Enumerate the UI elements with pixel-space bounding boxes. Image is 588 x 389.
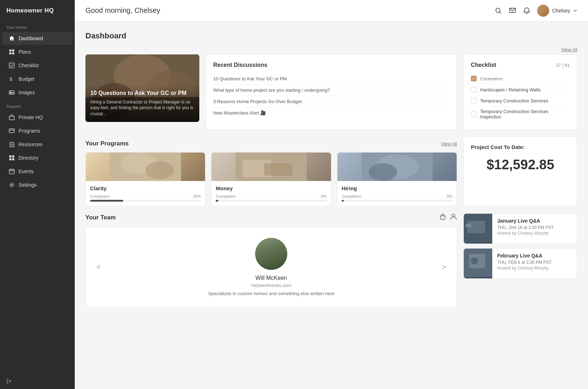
programs-section: Your Programs View All [85, 137, 457, 206]
notifications-icon[interactable] [523, 7, 531, 15]
discussion-item-0[interactable]: 10 Questions to Ask Your GC or PM [213, 73, 450, 85]
team-person-icon[interactable] [450, 213, 457, 222]
svg-rect-0 [9, 49, 11, 52]
main-area: Good morning, Chelsey Chelsey Dashboard … [75, 0, 588, 389]
team-card: < Will McKeen mckeenhomes.com Specialize… [85, 227, 457, 307]
event-title-0: January Live Q&A [497, 218, 554, 224]
team-member-website[interactable]: mckeenhomes.com [104, 283, 439, 288]
event-card-0[interactable]: January Live Q&A THU, JAN 16 at 3:30 PM … [463, 213, 577, 244]
svg-point-45 [471, 257, 478, 265]
event-host-0: Hosted by Chelsey Morphy [497, 231, 554, 236]
sidebar-item-directory[interactable]: Directory [2, 151, 73, 164]
app-logo: Homeowner HQ [0, 0, 75, 20]
discussion-item-3[interactable]: New Masterclass Alert 🎥 [213, 107, 450, 118]
program-card-clarity[interactable]: Clarity Completion 30% [85, 152, 205, 206]
recent-discussions-title: Recent Discussions [213, 62, 450, 68]
discussion-item-2[interactable]: 3 Reasons Home Projects Go Over Budget [213, 96, 450, 107]
sidebar-item-settings[interactable]: Settings [2, 178, 73, 191]
logout-button[interactable] [6, 378, 68, 384]
checklist-item-3[interactable]: Temporary Construction Services Inspecti… [471, 106, 570, 122]
view-all-link[interactable]: View All [561, 47, 577, 52]
checkbox-0[interactable] [471, 76, 477, 81]
checklist-title: Checklist [471, 62, 496, 68]
project-cost-label: Project Cost To Date: [471, 144, 570, 150]
team-title: Your Team [85, 214, 116, 221]
event-card-1[interactable]: February Live Q&A THU, FEB 6 at 3:30 PM … [463, 248, 577, 279]
chevron-down-icon [573, 9, 577, 13]
messages-icon[interactable] [509, 7, 516, 15]
images-icon [9, 89, 15, 96]
checklist-item-0[interactable]: Excavation [471, 73, 570, 84]
svg-point-32 [146, 161, 174, 179]
svg-rect-14 [12, 155, 14, 158]
featured-card[interactable]: 10 Questions to Ask Your GC or PM Hiring… [85, 54, 199, 122]
progress-fill-hiring [342, 200, 344, 202]
checklist-item-2[interactable]: Temporary Construction Services [471, 95, 570, 106]
username-label: Chelsey [552, 8, 570, 14]
event-body-1: February Live Q&A THU, FEB 6 at 3:30 PM … [492, 249, 557, 278]
featured-card-overlay: 10 Questions to Ask Your GC or PM Hiring… [85, 85, 199, 122]
svg-rect-4 [9, 63, 14, 68]
program-completion-row-clarity: Completion 30% [90, 194, 201, 198]
money-image [211, 153, 331, 181]
team-next-button[interactable]: > [438, 263, 450, 271]
sidebar-item-resources[interactable]: Resources [2, 138, 73, 151]
resources-icon [9, 141, 15, 148]
svg-rect-16 [12, 158, 14, 160]
user-menu[interactable]: Chelsey [537, 5, 577, 17]
program-completion-row-hiring: Completion 0% [342, 194, 452, 198]
program-card-money[interactable]: Money Completion 0% [211, 152, 331, 206]
sidebar-item-budget[interactable]: $ Budget [2, 73, 73, 85]
header-greeting: Good morning, Chelsey [85, 6, 160, 15]
event-date-1: THU, FEB 6 at 3:30 PM PST [497, 260, 552, 265]
sidebar-bottom [0, 373, 75, 389]
team-section: Your Team < [85, 213, 457, 307]
event-date-0: THU, JAN 16 at 3:30 PM PST [497, 225, 554, 230]
sidebar-item-checklist[interactable]: Checklist [2, 59, 73, 72]
checklist-count: 37 | 81 [556, 63, 570, 68]
sidebar-item-private-hq[interactable]: Private HQ [2, 111, 73, 124]
header: Good morning, Chelsey Chelsey [75, 0, 588, 21]
featured-card-desc: Hiring a General Contractor or Project M… [90, 99, 194, 117]
sidebar-item-dashboard[interactable]: Dashboard [2, 32, 73, 45]
progress-fill-money [216, 200, 218, 202]
programs-view-all[interactable]: View All [441, 141, 457, 146]
discussion-item-1[interactable]: What type of home project are you starti… [213, 85, 450, 96]
program-img-hiring [337, 153, 457, 181]
event-img-0 [464, 214, 492, 244]
sidebar-item-events[interactable]: Events [2, 165, 73, 178]
program-body-money: Money Completion 0% [211, 181, 331, 206]
your-home-section-label: Your Home [0, 20, 75, 32]
sidebar-item-programs[interactable]: Programs [2, 124, 73, 137]
avatar [537, 5, 549, 17]
team-avatar-inner [255, 238, 287, 270]
checkbox-1[interactable] [471, 87, 477, 92]
svg-text:$: $ [10, 76, 12, 82]
progress-bar-hiring [342, 200, 452, 202]
programs-header: Your Programs View All [85, 140, 457, 147]
recent-discussions-card: Recent Discussions 10 Questions to Ask Y… [206, 54, 457, 129]
svg-rect-13 [9, 155, 11, 158]
sidebar-item-images[interactable]: Images [2, 86, 73, 99]
dashboard-content: Dashboard View All [75, 21, 588, 389]
svg-rect-35 [264, 163, 293, 176]
progress-fill-clarity [90, 200, 123, 202]
team-prev-button[interactable]: < [93, 263, 104, 271]
team-member-name: Will McKeen [104, 275, 439, 281]
svg-rect-9 [9, 129, 14, 133]
svg-point-21 [11, 184, 13, 186]
programs-grid: Clarity Completion 30% [85, 152, 457, 206]
page-title: Dashboard [85, 31, 577, 41]
home-icon [9, 35, 15, 42]
svg-line-24 [500, 12, 502, 14]
checkbox-3[interactable] [471, 111, 477, 117]
team-bag-icon[interactable] [439, 213, 446, 222]
sidebar-item-plans[interactable]: Plans [2, 46, 73, 58]
program-card-hiring[interactable]: Hiring Completion 0% [337, 152, 457, 206]
checklist-icon [9, 62, 15, 69]
featured-card-title: 10 Questions to Ask Your GC or PM [90, 90, 194, 97]
checkbox-2[interactable] [471, 98, 477, 103]
live-events-section: January Live Q&A THU, JAN 16 at 3:30 PM … [463, 213, 577, 307]
search-icon[interactable] [494, 7, 502, 15]
checklist-item-1[interactable]: Hardscapes / Retaining Walls [471, 84, 570, 95]
